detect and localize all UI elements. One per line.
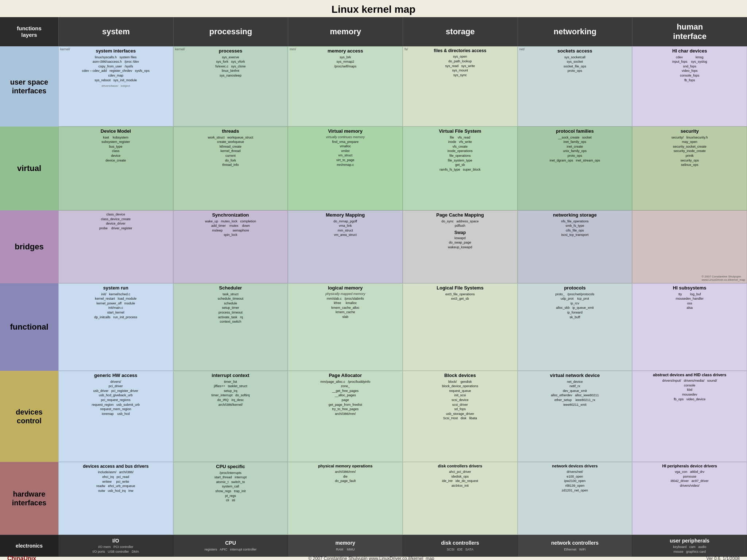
row-functional: functional system run init/ kernel/sched… xyxy=(0,283,747,371)
layer-label-electronics: electronics xyxy=(0,535,58,557)
cell-virtual-storage: Virtual File System file vfs_read inode … xyxy=(403,127,518,210)
cell-virtual-processing: threads work_struct workqueue_struct cre… xyxy=(173,127,288,210)
cell-functional-hi: HI subsystems tty log_buf mousedev_handl… xyxy=(632,283,747,371)
cell-hw-memory: physical memory operations arch/i386/mm/… xyxy=(288,462,403,535)
layer-label-user-space: user space interfaces xyxy=(0,46,58,127)
layer-label-functional: functional xyxy=(0,283,58,371)
cell-electronics-cpu: CPU registers APIC interrupt controller xyxy=(173,535,288,557)
cell-functional-storage: Logical File Systems ext3_file_operation… xyxy=(403,283,518,371)
cell-bridges-networking: networking storage nfs_file_operations s… xyxy=(518,210,632,283)
cell-devices-system: generic HW access drivers/ pci_driver us… xyxy=(58,371,173,462)
cell-bridges-system: class_device class_device_create device_… xyxy=(58,210,173,283)
cell-devices-networking: virtual network device net_device netif_… xyxy=(518,371,632,462)
cell-bridges-hi: © 2007 Constantine Shulyupin www.LinuxDr… xyxy=(632,210,747,283)
cell-electronics-disk: disk controllers SCSI IDE SATA xyxy=(403,535,518,557)
col-header-processing: processing xyxy=(173,17,288,46)
cell-electronics-peripherals: user peripherals keyboard cam audio mous… xyxy=(632,535,747,557)
footer-center: © 2007 Constantine Shulyupin www.LinuxDr… xyxy=(308,556,434,560)
cell-devices-memory: Page Allocator mm/page_alloc.c /proc/bud… xyxy=(288,371,403,462)
col-header-networking: networking xyxy=(518,17,632,46)
footer-left: ChinaUnix xyxy=(7,555,36,560)
cell-functional-system: system run init/ kernel/sched.c kernel_r… xyxy=(58,283,173,371)
cell-hw-system: devices access and bus drivers include/a… xyxy=(58,462,173,535)
cell-bridges-storage: Page Cache Mapping do_sync address_space… xyxy=(403,210,518,283)
column-headers: functions layers system processing memor… xyxy=(0,17,747,46)
cell-user-space-hi: HI char devices cdev kmsg input_fops sys… xyxy=(632,46,747,127)
cell-virtual-hi: security security/ linux/security.h may_… xyxy=(632,127,747,210)
cell-hw-hi: HI peripherals device drivers vga_con at… xyxy=(632,462,747,535)
cell-hw-networking: network devices drivers drivers/net/ e10… xyxy=(518,462,632,535)
row-virtual: virtual Device Model kset kobsystem subs… xyxy=(0,127,747,210)
cell-devices-storage: Block devices block/ gendisk block_devic… xyxy=(403,371,518,462)
cell-user-space-system: kernel/ system interfaces linux/syscalls… xyxy=(58,46,173,127)
cell-electronics-network: network controllers Ethernet WiFi xyxy=(518,535,632,557)
footer-right: Ver 0.6, 1/1/2008 xyxy=(707,556,740,560)
layer-label-virtual: virtual xyxy=(0,127,58,210)
row-devices-control: devices control generic HW access driver… xyxy=(0,371,747,462)
cell-electronics-memory: memory RAM MMU xyxy=(288,535,403,557)
col-header-memory: memory xyxy=(288,17,403,46)
cell-user-space-memory: mm/ memory access sys_brk sys_mmap2 /pro… xyxy=(288,46,403,127)
layer-label-hardware-interfaces: hardware interfaces xyxy=(0,462,58,535)
main-title: Linux kernel map xyxy=(0,0,747,17)
layer-label-bridges: bridges xyxy=(0,210,58,283)
cell-functional-networking: protocols proto_ /proc/net/protocols udp… xyxy=(518,283,632,371)
cell-functional-memory: logical memory physically mapped memory … xyxy=(288,283,403,371)
cell-user-space-processing: kernel/ processes sys_execve sys_fork sy… xyxy=(173,46,288,127)
row-electronics: electronics I/O I/O mem PCI controller I… xyxy=(0,535,747,557)
col-header-system: system xyxy=(58,17,173,46)
cell-functional-processing: Scheduler task_struct schedule_timeout s… xyxy=(173,283,288,371)
layer-col-header: functions layers xyxy=(0,17,58,46)
layer-label-devices-control: devices control xyxy=(0,371,58,462)
col-header-storage: storage xyxy=(403,17,518,46)
cell-virtual-networking: protocol families __sock_create socket i… xyxy=(518,127,632,210)
row-user-space: user space interfaces kernel/ system int… xyxy=(0,46,747,127)
cell-virtual-memory: Virtual memory virtually continues memor… xyxy=(288,127,403,210)
cell-hw-storage: disk controllers drivers ahci_pci_driver… xyxy=(403,462,518,535)
cell-virtual-system: Device Model kset kobsystem subsystem_re… xyxy=(58,127,173,210)
col-header-hi: human interface xyxy=(632,17,747,46)
cell-hw-processing: CPU specific /proc/interrupts start_thre… xyxy=(173,462,288,535)
row-hardware-interfaces: hardware interfaces devices access and b… xyxy=(0,462,747,535)
cell-devices-processing: interrupt context timer_list jiffies++ t… xyxy=(173,371,288,462)
cell-bridges-processing: Synchronization wake_up mutex_lock compl… xyxy=(173,210,288,283)
cell-electronics-io: I/O I/O mem PCI controller I/O ports USB… xyxy=(58,535,173,557)
cell-devices-hi: abstract devices and HID class drivers d… xyxy=(632,371,747,462)
cell-bridges-memory: Memory Mapping do_mmap_pgoff vma_link mm… xyxy=(288,210,403,283)
cell-user-space-storage: fs/ files & directories access sys_open … xyxy=(403,46,518,127)
row-bridges: bridges class_device class_device_create… xyxy=(0,210,747,283)
cell-user-space-networking: net/ sockets access sys_socketcall sys_s… xyxy=(518,46,632,127)
